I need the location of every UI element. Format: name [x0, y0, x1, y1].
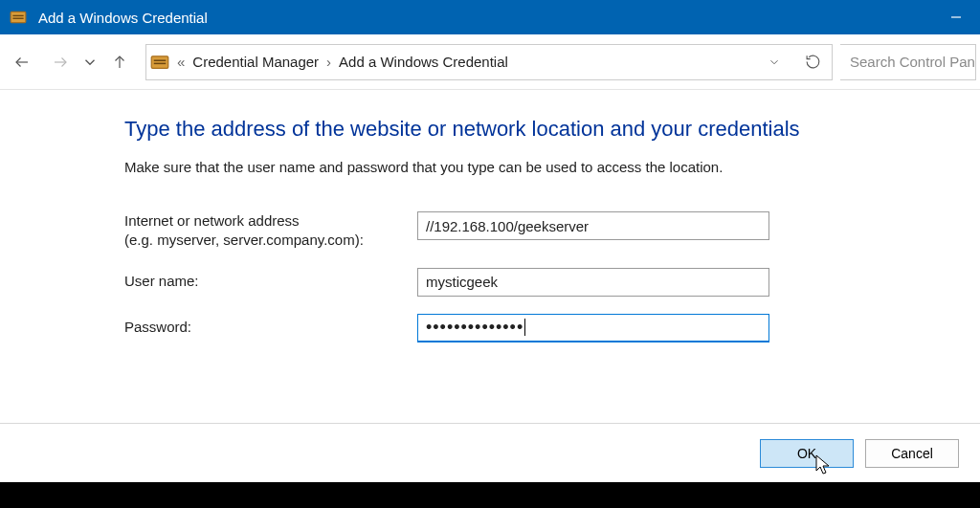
password-field-label: Password: — [124, 318, 417, 337]
svg-rect-0 — [11, 11, 26, 22]
address-input[interactable] — [417, 211, 769, 240]
nav-back-button[interactable] — [4, 45, 40, 79]
nav-forward-button[interactable] — [42, 45, 78, 79]
cancel-button[interactable]: Cancel — [865, 439, 959, 468]
svg-rect-7 — [151, 55, 168, 68]
nav-up-button[interactable] — [101, 45, 138, 79]
navbar: « Credential Manager › Add a Windows Cre… — [0, 34, 980, 90]
credential-manager-icon — [150, 53, 169, 72]
minimize-button[interactable] — [932, 0, 980, 34]
nav-recent-dropdown[interactable] — [80, 45, 100, 79]
svg-rect-2 — [12, 18, 23, 19]
page-heading: Type the address of the website or netwo… — [124, 117, 980, 142]
search-input[interactable]: Search Control Panel — [840, 44, 976, 80]
window-title: Add a Windows Credential — [38, 10, 208, 26]
svg-rect-1 — [12, 15, 23, 16]
username-field-label: User name: — [124, 272, 417, 291]
credential-manager-icon — [10, 9, 27, 26]
address-bar[interactable]: « Credential Manager › Add a Windows Cre… — [145, 44, 833, 80]
svg-rect-9 — [154, 62, 167, 64]
refresh-button[interactable] — [797, 45, 828, 79]
search-placeholder: Search Control Panel — [850, 54, 976, 70]
password-input[interactable]: •••••••••••••• — [417, 314, 769, 342]
titlebar: Add a Windows Credential — [0, 0, 980, 34]
address-dropdown-button[interactable] — [759, 45, 790, 79]
username-input[interactable] — [417, 268, 769, 297]
ok-button[interactable]: OK — [760, 439, 854, 468]
address-field-label: Internet or network address (e.g. myserv… — [124, 211, 417, 251]
breadcrumb-prefix-icon: « — [177, 54, 185, 70]
content-area: Type the address of the website or netwo… — [0, 90, 980, 423]
breadcrumb-seg-credential-manager[interactable]: Credential Manager — [192, 54, 319, 70]
text-caret — [524, 319, 525, 336]
breadcrumb-separator-icon: › — [326, 54, 331, 70]
svg-rect-8 — [154, 59, 167, 61]
breadcrumb-seg-add-credential[interactable]: Add a Windows Credential — [339, 54, 508, 70]
dialog-footer: OK Cancel — [0, 423, 980, 482]
page-subtext: Make sure that the user name and passwor… — [124, 159, 980, 175]
